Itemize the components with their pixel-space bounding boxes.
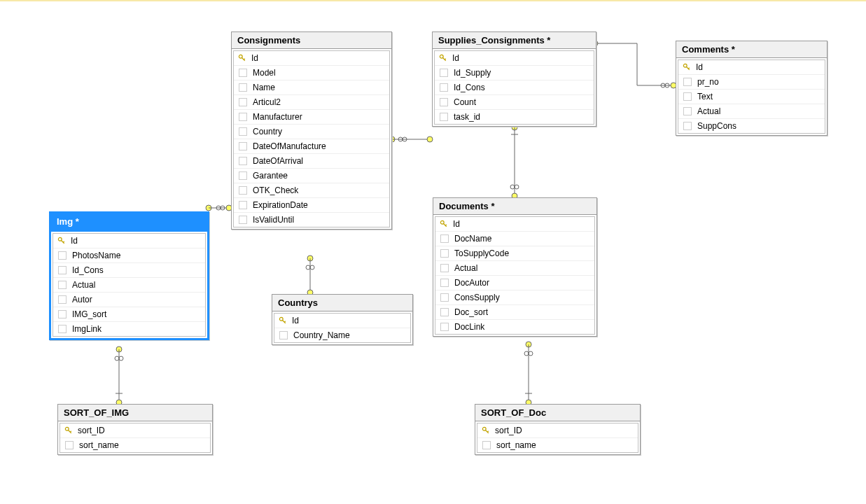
column-row[interactable]: DocName bbox=[435, 232, 594, 246]
column-name: DocName bbox=[454, 234, 491, 244]
table-consignments[interactable]: Consignments IdModelNameArticul2Manufact… bbox=[231, 31, 392, 230]
column-row[interactable]: Id_Supply bbox=[435, 66, 594, 80]
column-row[interactable]: Autor bbox=[53, 293, 205, 307]
column-row[interactable]: OTK_Check bbox=[234, 183, 389, 198]
table-comments[interactable]: Comments * Idpr_noTextActualSuppCons bbox=[676, 41, 827, 136]
column-row[interactable]: Country_Name bbox=[274, 328, 410, 342]
column-name: Model bbox=[253, 68, 276, 78]
table-columns: Idpr_noTextActualSuppCons bbox=[678, 59, 825, 134]
column-name: Actual bbox=[454, 263, 477, 273]
svg-line-17 bbox=[445, 59, 446, 60]
table-header[interactable]: Comments * bbox=[676, 41, 827, 58]
table-supplies-consignments[interactable]: Supplies_Consignments * IdId_SupplyId_Co… bbox=[432, 31, 596, 127]
table-header[interactable]: Supplies_Consignments * bbox=[433, 32, 596, 49]
column-row[interactable]: Text bbox=[678, 90, 825, 104]
table-header[interactable]: Documents * bbox=[433, 198, 596, 215]
column-name: Autor bbox=[72, 295, 92, 304]
column-row[interactable]: Id_Cons bbox=[53, 263, 205, 278]
column-name: IMG_sort bbox=[72, 309, 106, 319]
column-row[interactable]: sort_name bbox=[477, 438, 638, 452]
column-row[interactable]: ImgLink bbox=[53, 322, 205, 336]
column-name: Id bbox=[696, 62, 703, 72]
column-row[interactable]: Manufacturer bbox=[234, 110, 389, 125]
column-icon bbox=[683, 122, 692, 130]
column-icon bbox=[440, 249, 449, 258]
column-icon bbox=[440, 308, 449, 316]
column-icon bbox=[58, 281, 67, 289]
column-row[interactable]: Id bbox=[435, 217, 594, 232]
column-row[interactable]: Actual bbox=[678, 104, 825, 119]
svg-line-23 bbox=[63, 241, 64, 243]
column-row[interactable]: DateOfArrival bbox=[234, 154, 389, 169]
column-name: Count bbox=[454, 97, 476, 107]
column-row[interactable]: Name bbox=[234, 80, 389, 95]
column-name: SuppCons bbox=[697, 121, 736, 131]
column-row[interactable]: Articul2 bbox=[234, 95, 389, 110]
column-name: Articul2 bbox=[253, 97, 281, 107]
column-row[interactable]: sort_name bbox=[60, 438, 210, 452]
column-row[interactable]: Actual bbox=[435, 261, 594, 276]
column-row[interactable]: task_id bbox=[435, 110, 594, 124]
column-icon bbox=[440, 98, 448, 106]
primary-key-icon bbox=[439, 219, 449, 229]
column-row[interactable]: Id bbox=[234, 51, 389, 66]
table-documents[interactable]: Documents * IdDocNameToSupplyCodeActualD… bbox=[433, 197, 597, 337]
column-row[interactable]: Actual bbox=[53, 278, 205, 293]
table-columns: IdCountry_Name bbox=[274, 313, 411, 343]
column-icon bbox=[239, 69, 247, 77]
table-columns: IdPhotosNameId_ConsActualAutorIMG_sortIm… bbox=[53, 233, 206, 337]
diagram-canvas[interactable]: Consignments IdModelNameArticul2Manufact… bbox=[0, 1, 866, 504]
column-row[interactable]: DocAutor bbox=[435, 276, 594, 290]
table-sort-of-doc[interactable]: SORT_OF_Doc sort_IDsort_name bbox=[475, 404, 641, 455]
column-name: ImgLink bbox=[72, 324, 102, 334]
column-row[interactable]: Id bbox=[274, 314, 410, 328]
column-icon bbox=[239, 142, 247, 150]
column-row[interactable]: sort_ID bbox=[477, 424, 638, 438]
column-row[interactable]: Id bbox=[678, 60, 825, 75]
column-row[interactable]: PhotosName bbox=[53, 248, 205, 263]
column-row[interactable]: Garantee bbox=[234, 169, 389, 183]
column-icon bbox=[683, 92, 692, 101]
table-sort-of-img[interactable]: SORT_OF_IMG sort_IDsort_name bbox=[57, 404, 213, 455]
table-columns: IdModelNameArticul2ManufacturerCountryDa… bbox=[233, 50, 390, 227]
column-row[interactable]: IsValidUntil bbox=[234, 213, 389, 227]
svg-line-29 bbox=[445, 225, 447, 226]
table-header[interactable]: Countrys bbox=[272, 295, 412, 312]
column-row[interactable]: Id_Cons bbox=[435, 80, 594, 95]
column-row[interactable]: Country bbox=[234, 125, 389, 139]
column-row[interactable]: ToSupplyCode bbox=[435, 246, 594, 261]
column-row[interactable]: Doc_sort bbox=[435, 305, 594, 320]
column-row[interactable]: ConsSupply bbox=[435, 290, 594, 305]
column-name: sort_ID bbox=[495, 426, 522, 435]
table-header[interactable]: Img * bbox=[51, 214, 207, 232]
column-row[interactable]: DateOfManufacture bbox=[234, 139, 389, 154]
column-icon bbox=[440, 279, 449, 287]
column-icon bbox=[440, 83, 448, 92]
column-name: sort_ID bbox=[78, 426, 105, 435]
column-row[interactable]: pr_no bbox=[678, 75, 825, 90]
column-icon bbox=[239, 216, 247, 224]
column-row[interactable]: Id bbox=[53, 234, 205, 248]
primary-key-icon bbox=[57, 236, 67, 246]
column-row[interactable]: ExpirationDate bbox=[234, 198, 389, 213]
table-countrys[interactable]: Countrys IdCountry_Name bbox=[272, 294, 413, 345]
table-header[interactable]: Consignments bbox=[232, 32, 391, 49]
column-row[interactable]: DocLink bbox=[435, 320, 594, 334]
column-icon bbox=[239, 201, 247, 209]
svg-line-26 bbox=[284, 321, 286, 323]
column-row[interactable]: Count bbox=[435, 95, 594, 110]
table-header[interactable]: SORT_OF_Doc bbox=[475, 405, 640, 421]
column-row[interactable]: Model bbox=[234, 66, 389, 80]
table-header[interactable]: SORT_OF_IMG bbox=[58, 405, 212, 421]
table-img[interactable]: Img * IdPhotosNameId_ConsActualAutorIMG_… bbox=[49, 211, 209, 340]
column-name: Id bbox=[453, 219, 460, 229]
column-name: sort_name bbox=[496, 440, 536, 450]
column-icon bbox=[58, 325, 67, 333]
column-row[interactable]: SuppCons bbox=[678, 119, 825, 133]
column-row[interactable]: sort_ID bbox=[60, 424, 210, 438]
column-icon bbox=[239, 186, 247, 195]
column-name: Id_Supply bbox=[454, 68, 491, 78]
column-row[interactable]: Id bbox=[435, 51, 594, 66]
column-icon bbox=[279, 331, 288, 340]
column-row[interactable]: IMG_sort bbox=[53, 307, 205, 322]
